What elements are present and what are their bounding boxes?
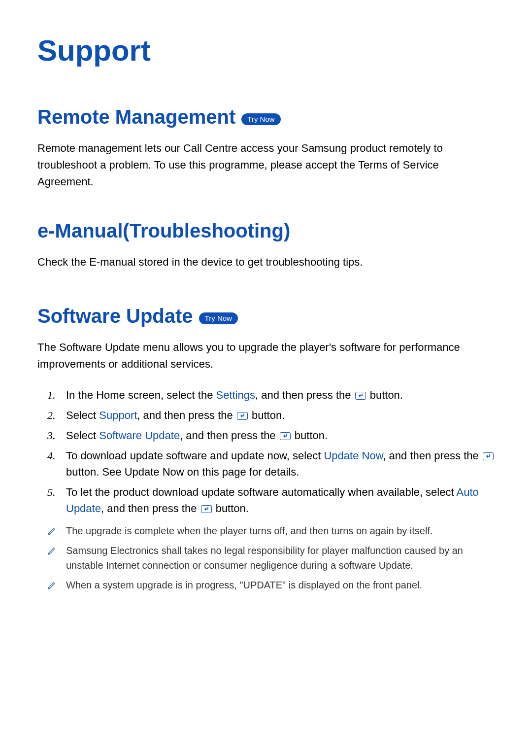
list-item: When a system upgrade is in progress, "U… (47, 578, 495, 592)
settings-link: Settings (216, 389, 256, 401)
step-text-post: button. (213, 502, 249, 515)
e-manual-heading: e-Manual(Troubleshooting) (37, 220, 290, 242)
enter-icon (280, 432, 291, 440)
step-text-pre: Select (66, 429, 99, 442)
step-text-pre: To download update software and update n… (66, 449, 324, 462)
pencil-icon (47, 545, 57, 554)
list-item: In the Home screen, select the Settings,… (47, 387, 495, 403)
step-text-post: button. (249, 409, 285, 421)
try-now-badge[interactable]: Try Now (199, 312, 238, 324)
try-now-badge[interactable]: Try Now (241, 113, 280, 125)
software-update-heading-row: Software Update Try Now (37, 305, 495, 327)
pencil-icon (47, 525, 57, 535)
step-text-pre: To let the product download update softw… (66, 486, 456, 498)
list-item: The upgrade is complete when the player … (47, 523, 495, 538)
step-text-pre: In the Home screen, select the (66, 389, 216, 401)
update-now-link: Update Now (324, 449, 383, 462)
list-item: Select Software Update, and then press t… (47, 427, 495, 444)
enter-icon (355, 392, 366, 400)
list-item: To download update software and update n… (47, 447, 495, 480)
step-text-mid: , and then press the (255, 389, 354, 401)
step-text-pre: Select (66, 409, 99, 421)
pencil-icon (47, 579, 57, 589)
software-update-steps: In the Home screen, select the Settings,… (37, 387, 495, 516)
step-text-post: button. (292, 429, 328, 442)
page-title: Support (37, 34, 495, 68)
software-update-heading: Software Update (37, 305, 193, 327)
e-manual-heading-row: e-Manual(Troubleshooting) (37, 220, 495, 242)
e-manual-body: Check the E-manual stored in the device … (37, 254, 495, 271)
software-update-intro: The Software Update menu allows you to u… (37, 339, 495, 373)
note-text: Samsung Electronics shall takes no legal… (66, 545, 463, 571)
list-item: Select Support, and then press the butto… (47, 407, 495, 423)
list-item: To let the product download update softw… (47, 484, 495, 516)
enter-icon (237, 412, 248, 420)
step-text-mid: , and then press the (180, 429, 279, 442)
list-item: Samsung Electronics shall takes no legal… (47, 543, 495, 573)
enter-icon (201, 505, 212, 513)
step-text-mid: , and then press the (383, 449, 482, 462)
step-text-mid: , and then press the (101, 502, 200, 515)
support-link: Support (99, 409, 137, 421)
remote-management-heading: Remote Management (37, 106, 235, 128)
step-text-post: button. (367, 389, 403, 401)
software-update-link: Software Update (99, 429, 180, 442)
remote-management-body: Remote management lets our Call Centre a… (37, 140, 495, 190)
enter-icon (483, 452, 494, 460)
note-text: The upgrade is complete when the player … (66, 525, 433, 536)
note-text: When a system upgrade is in progress, "U… (66, 580, 422, 590)
step-text-post: button. See Update Now on this page for … (66, 466, 299, 478)
remote-management-heading-row: Remote Management Try Now (37, 106, 495, 128)
software-update-notes: The upgrade is complete when the player … (37, 523, 495, 592)
step-text-mid: , and then press the (137, 409, 236, 421)
